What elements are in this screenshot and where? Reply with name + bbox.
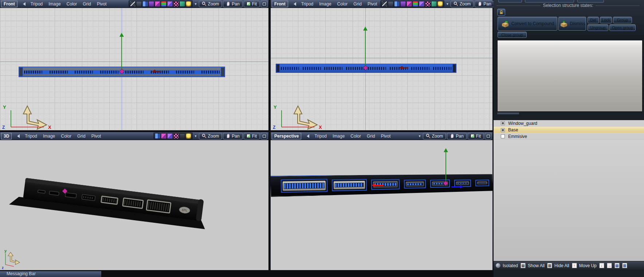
magic-pen-icon[interactable] (161, 133, 166, 139)
menu-item-grid[interactable]: Grid (364, 134, 378, 139)
move-to-layer-icon[interactable]: → (607, 263, 612, 268)
zoom-button[interactable]: Zoom (451, 1, 474, 7)
menu-item-tripod[interactable]: Tripod (22, 134, 40, 139)
menu-item-pivot[interactable]: Pivot (89, 134, 104, 139)
menu-item-tripod[interactable]: Tripod (298, 1, 317, 7)
maximize-viewport-button[interactable] (261, 1, 267, 7)
cutoff-button[interactable] (525, 0, 574, 3)
layer-row-emmisive[interactable]: Emmisive (494, 133, 644, 140)
menu-item-image[interactable]: Image (40, 134, 58, 139)
viewport-canvas[interactable]: STL y z (0, 140, 268, 270)
menu-item-color[interactable]: Color (334, 1, 351, 7)
menu-item-pivot[interactable]: Pivot (378, 134, 394, 139)
del-button[interactable]: Del (588, 17, 599, 23)
led-module[interactable] (146, 200, 171, 213)
smooth-shade-icon[interactable] (142, 1, 148, 7)
y-axis-manipulator-arrow[interactable] (363, 24, 368, 66)
menu-item-pivot[interactable]: Pivot (365, 1, 380, 7)
solid-cube-icon[interactable] (180, 1, 185, 7)
x-axis-marker-arrow[interactable] (150, 70, 161, 73)
menu-item-tripod[interactable]: Tripod (311, 134, 330, 139)
primitive-icon[interactable] (400, 1, 406, 7)
pan-button[interactable]: Pan (223, 133, 242, 139)
chevron-down-icon[interactable]: ▾ (194, 134, 198, 138)
led-module[interactable] (38, 190, 46, 193)
menu-item-grid[interactable]: Grid (350, 1, 365, 7)
messaging-bar-tab[interactable]: Messaging Bar (0, 271, 101, 277)
airbrush-icon[interactable] (419, 1, 424, 7)
fit-button[interactable]: Fit (468, 133, 484, 139)
hide-all-button[interactable]: ▥Hide All (547, 263, 569, 268)
layer-row-window_guard[interactable]: Window_guard (494, 120, 644, 127)
close-group-button[interactable]: Close group (498, 32, 527, 38)
y-axis-manipulator-arrow[interactable] (444, 146, 448, 186)
maximize-viewport-button[interactable] (261, 133, 267, 139)
lightbar-model-3d[interactable]: STL y z (0, 140, 268, 270)
layer-visibility-checkbox[interactable] (501, 128, 505, 132)
x-axis-manipulator-arrow[interactable] (370, 183, 384, 187)
select-hand-icon[interactable] (136, 1, 142, 7)
texture-checker-icon[interactable] (425, 1, 431, 7)
viewport-canvas[interactable] (271, 140, 492, 270)
wire-draw-icon[interactable] (130, 1, 136, 7)
layer-visibility-checkbox[interactable] (501, 121, 505, 125)
horizontal-scrollbar[interactable] (497, 112, 519, 114)
color-flag-icon[interactable] (161, 1, 166, 7)
layer-visibility-checkbox[interactable] (501, 134, 505, 138)
viewport-type-button[interactable]: Front (1, 1, 17, 7)
chevron-down-icon[interactable]: ▾ (445, 2, 449, 6)
y-axis-manipulator-arrow[interactable] (119, 31, 124, 69)
collapse-arrow-icon[interactable] (292, 2, 296, 6)
viewport-canvas[interactable]: Y X Z (271, 8, 492, 130)
fit-button[interactable]: Fit (244, 133, 260, 139)
pan-button[interactable]: Pan (447, 133, 466, 139)
light-bulb-icon[interactable] (437, 1, 443, 7)
primitive-icon[interactable] (149, 1, 154, 7)
convert-to-compound-button[interactable]: Convert to Compound (498, 17, 557, 31)
menu-item-image[interactable]: Image (330, 134, 347, 139)
pan-button[interactable]: Pan (223, 1, 242, 7)
layer-row-base[interactable]: Base (494, 127, 644, 133)
collapse-arrow-icon[interactable] (21, 2, 25, 6)
move-down-icon[interactable]: ↓ (599, 263, 604, 268)
light-bulb-icon[interactable] (186, 133, 191, 139)
menu-item-tripod[interactable]: Tripod (28, 1, 46, 7)
camera-icon[interactable] (180, 133, 185, 139)
maximize-viewport-button[interactable] (485, 133, 491, 139)
zoom-button[interactable]: Zoom (199, 1, 222, 7)
led-module[interactable] (281, 179, 328, 193)
viewport-type-button[interactable]: Front (272, 1, 288, 7)
show-all-button[interactable]: ▤Show All (521, 263, 545, 268)
light-bulb-icon[interactable] (186, 1, 191, 7)
chevron-down-icon[interactable]: ▾ (418, 134, 422, 138)
cutoff-button[interactable] (498, 0, 522, 3)
viewport-type-button[interactable]: Perspective (272, 133, 301, 139)
menu-item-image[interactable]: Image (316, 1, 334, 7)
viewport-type-button[interactable]: 3D (1, 133, 12, 139)
group-button[interactable]: Group (613, 17, 632, 23)
led-module[interactable] (404, 179, 426, 189)
smooth-shade-icon[interactable] (394, 1, 400, 7)
menu-item-grid[interactable]: Grid (80, 1, 94, 7)
menu-item-grid[interactable]: Grid (74, 134, 89, 139)
magic-pen-icon[interactable] (407, 1, 412, 7)
menu-item-color[interactable]: Color (347, 134, 364, 139)
collapse-arrow-icon[interactable] (305, 134, 309, 138)
zoom-button[interactable]: Zoom (199, 133, 222, 139)
cutoff-button[interactable] (577, 0, 604, 3)
structure-tree-view[interactable] (497, 40, 643, 112)
magic-pen-icon[interactable] (155, 1, 160, 7)
add-list-icon[interactable]: ▤ (614, 263, 620, 268)
zoom-button[interactable]: Zoom (423, 133, 446, 139)
list-options-icon[interactable]: ▥ (622, 263, 627, 268)
solid-cube-icon[interactable] (431, 1, 437, 7)
select-hand-icon[interactable] (388, 1, 393, 7)
fit-button[interactable]: Fit (244, 1, 260, 7)
led-module[interactable] (475, 179, 489, 186)
dismiss-button[interactable]: Dismiss (558, 17, 586, 31)
tripod-widget-icon[interactable] (23, 106, 47, 129)
collapse-arrow-icon[interactable] (15, 134, 20, 138)
move-up-button[interactable]: ↑Move Up (572, 263, 597, 268)
texture-checker-icon[interactable] (173, 133, 179, 139)
lock-button[interactable]: Lock (600, 17, 612, 23)
